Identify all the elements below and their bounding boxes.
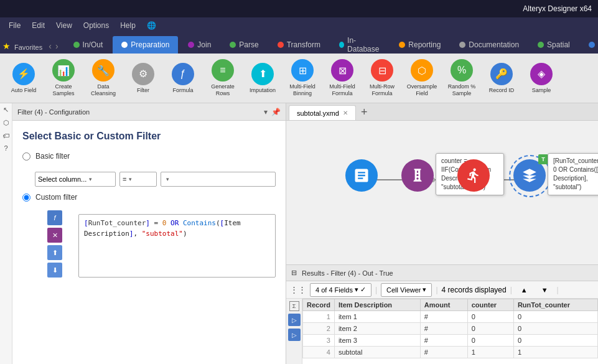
node-input[interactable]: [345, 159, 378, 192]
menu-options[interactable]: Options: [78, 20, 114, 31]
node-formula-icon: [401, 159, 434, 192]
menu-globe[interactable]: 🌐: [142, 20, 161, 31]
cell-record-3: 3: [303, 335, 335, 347]
tab-parse[interactable]: Parse: [221, 36, 267, 54]
ribbon-sample[interactable]: ◈ Sample: [523, 57, 560, 100]
basic-filter-controls: Select column... ▾ = ▾ ▾: [35, 172, 276, 187]
ribbon-filter[interactable]: ⚙ Filter: [124, 57, 162, 100]
results-icon-btn1[interactable]: ▷: [288, 314, 301, 326]
node-formula[interactable]: counter = IIF(Contains([Item Description…: [401, 159, 434, 192]
canvas-area: subtotal.yxmd ✕ +: [286, 103, 598, 364]
custom-filter-row: Custom filter: [22, 193, 276, 202]
sample-label: Sample: [532, 87, 551, 94]
column-select[interactable]: Select column... ▾: [35, 172, 116, 187]
results-btn2-icon: ▷: [292, 332, 297, 338]
operator-select-arrow: ▾: [129, 176, 132, 182]
table-row: 4 subtotal # 1 1: [303, 347, 598, 358]
upload-button[interactable]: ⬆: [47, 245, 62, 260]
ribbon-multi-field-binning[interactable]: ⊞ Multi-Field Binning: [284, 57, 321, 100]
tab-interface[interactable]: Interface: [580, 36, 598, 54]
sort-down-button[interactable]: ▼: [536, 283, 553, 297]
add-tab-button[interactable]: +: [356, 106, 373, 119]
title-text: Alteryx Designer x64: [523, 4, 592, 13]
tab-in-database[interactable]: In-Database: [330, 36, 389, 54]
config-pin-icon[interactable]: 📌: [271, 108, 281, 116]
config-dropdown-icon[interactable]: ▾: [264, 108, 268, 116]
ribbon-auto-field[interactable]: ⚡ Auto Field: [5, 57, 42, 100]
cell-runtot-1: 0: [513, 311, 597, 323]
sidebar-tag-icon[interactable]: 🏷: [2, 132, 9, 139]
table-row: 1 item 1 # 0 0: [303, 311, 598, 323]
nav-right-arrow[interactable]: ›: [55, 41, 58, 51]
tab-reporting[interactable]: Reporting: [390, 36, 449, 54]
value-select-arrow: ▾: [166, 176, 169, 182]
custom-filter-radio[interactable]: [22, 194, 30, 202]
ribbon-formula[interactable]: ƒ Formula: [164, 57, 202, 100]
tab-documentation[interactable]: Documentation: [451, 36, 528, 54]
ribbon-random-sample[interactable]: % Random % Sample: [443, 57, 480, 100]
menu-help[interactable]: Help: [115, 20, 141, 31]
ribbon-data-cleansing[interactable]: 🔧 Data Cleansing: [85, 57, 122, 100]
x-button[interactable]: ✕: [47, 228, 62, 243]
code-var2: Item: [224, 219, 241, 227]
node-transform[interactable]: [457, 159, 490, 192]
tab-transform[interactable]: Transform: [269, 36, 329, 54]
results-table: Record Item Description Amount counter R…: [302, 299, 598, 364]
cell-amount-2: #: [420, 323, 467, 335]
canvas-tab-close[interactable]: ✕: [343, 110, 348, 116]
tab-join[interactable]: Join: [179, 36, 220, 54]
col-record: Record: [303, 299, 335, 311]
oversample-field-label: Oversample Field: [404, 83, 439, 97]
fields-selector[interactable]: 4 of 4 Fields ▾ ✓: [310, 283, 371, 297]
code-contains-fn: Contains: [183, 219, 216, 227]
basic-filter-radio[interactable]: [22, 152, 30, 161]
sort-up-button[interactable]: ▲: [516, 283, 533, 297]
cell-counter-3: 0: [467, 335, 513, 347]
menu-view[interactable]: View: [51, 20, 77, 31]
config-header: Filter (4) - Configuration ▾ 📌: [12, 103, 286, 121]
col-amount: Amount: [420, 299, 467, 311]
node-input-icon: [345, 159, 378, 192]
ribbon-create-samples[interactable]: 📊 Create Samples: [45, 57, 82, 100]
ribbon-imputation[interactable]: ⬆ Imputation: [244, 57, 281, 100]
ribbon-multi-field-formula[interactable]: ⊠ Multi-Field Formula: [324, 57, 361, 100]
tab-interface-dot: [589, 42, 595, 48]
code-or: OR: [171, 219, 183, 227]
multi-field-formula-icon: ⊠: [331, 59, 353, 82]
results-header-icon: ⊟: [291, 269, 297, 277]
canvas-tab-subtotal[interactable]: subtotal.yxmd ✕: [289, 105, 356, 120]
toolbar-divider3: |: [510, 286, 512, 294]
col-counter: counter: [467, 299, 513, 311]
favorites-label[interactable]: Favorites: [14, 44, 42, 51]
ribbon-oversample-field[interactable]: ⬡ Oversample Field: [403, 57, 441, 100]
multi-field-binning-label: Multi-Field Binning: [285, 83, 320, 97]
tab-inout[interactable]: In/Out: [65, 36, 112, 54]
tab-preparation[interactable]: Preparation: [113, 36, 178, 54]
node-filter2[interactable]: T [RunTot_counter] = 0 OR Contains([Item…: [513, 159, 546, 192]
ribbon-generate-rows[interactable]: ≡ Generate Rows: [204, 57, 241, 100]
sidebar-cursor-icon[interactable]: ↖: [3, 106, 9, 114]
operator-select[interactable]: = ▾: [119, 172, 157, 187]
download-button[interactable]: ⬇: [47, 263, 62, 278]
auto-field-icon: ⚡: [12, 63, 35, 85]
custom-filter-area: f ✕ ⬆ ⬇ [RunTot_counter]: [35, 208, 276, 278]
tab-spatial[interactable]: Spatial: [529, 36, 579, 54]
code-comma: ,: [133, 230, 141, 238]
fx-button[interactable]: f: [47, 210, 62, 225]
nav-left-arrow[interactable]: ‹: [49, 41, 52, 51]
favorites-star: ★: [2, 41, 11, 51]
sidebar-select-icon[interactable]: ⬡: [3, 119, 9, 127]
value-select[interactable]: ▾: [161, 172, 276, 187]
oversample-field-icon: ⬡: [411, 59, 433, 82]
custom-filter-code[interactable]: [RunTot_counter] = 0 OR Contains([Item D…: [78, 214, 276, 278]
tab-inout-dot: [73, 42, 80, 48]
sidebar-help-icon[interactable]: ?: [4, 144, 7, 152]
ribbon-multi-row-formula[interactable]: ⊟ Multi-Row Formula: [363, 57, 401, 100]
cell-viewer-selector[interactable]: Cell Viewer ▾: [381, 283, 432, 297]
menu-edit[interactable]: Edit: [27, 20, 50, 31]
menu-file[interactable]: File: [4, 20, 26, 31]
ribbon-record-id[interactable]: 🔑 Record ID: [483, 57, 520, 100]
results-icon-btn2[interactable]: ▷: [288, 329, 301, 341]
canvas-main[interactable]: counter = IIF(Contains([Item Description…: [286, 121, 598, 264]
results-drag-handle: ⋮⋮: [290, 285, 306, 294]
